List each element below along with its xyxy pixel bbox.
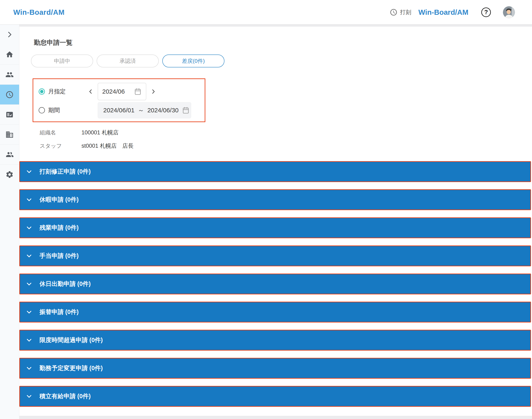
sidebar (0, 25, 19, 419)
building-icon (5, 131, 14, 139)
accordion-holiday-work[interactable]: 休日出勤申請 (0件) (19, 274, 531, 294)
period-separator: ～ (138, 106, 144, 115)
month-input[interactable]: 2024/06 (98, 83, 146, 100)
accordion-label: 打刻修正申請 (0件) (39, 168, 91, 176)
chevron-down-icon (25, 336, 33, 344)
chevron-right-icon (5, 30, 14, 39)
content-card: 勤怠申請一覧 申請中承認済差戻(0件) 月指定 2024/06 (19, 27, 532, 416)
tab-returned[interactable]: 差戻(0件) (162, 54, 224, 67)
chevron-down-icon (25, 224, 33, 232)
organization-value: 100001 札幌店 (81, 129, 119, 136)
sidebar-item-members[interactable] (0, 144, 19, 164)
sidebar-item-staff[interactable] (0, 65, 19, 84)
calendar-icon (134, 88, 142, 95)
accordion-substitute[interactable]: 振替申請 (0件) (19, 302, 531, 322)
app-header: Win-Board/AM 打刻 Win-Board/AM ? (0, 0, 532, 25)
chevron-down-icon (25, 280, 33, 288)
period-end-value: 2024/06/30 (147, 107, 178, 114)
accordion-punch-correction[interactable]: 打刻修正申請 (0件) (19, 161, 531, 182)
accordion-label: 休日出勤申請 (0件) (39, 280, 91, 288)
status-tabs: 申請中承認済差戻(0件) (31, 54, 532, 67)
chevron-right-icon (150, 88, 157, 95)
period-range-input[interactable]: 2024/06/01 ～ 2024/06/30 (98, 102, 191, 118)
accordion-limit-exceed[interactable]: 限度時間超過申請 (0件) (19, 330, 531, 351)
previous-month-button[interactable] (87, 87, 95, 96)
accordion-accumulated-paid-leave[interactable]: 積立有給申請 (0件) (19, 386, 531, 407)
chevron-down-icon (25, 365, 33, 372)
accordion-label: 限度時間超過申請 (0件) (39, 336, 103, 344)
staff-label: スタッフ (40, 142, 81, 150)
chevron-down-icon (25, 308, 33, 316)
punch-clock-label: 打刻 (400, 9, 411, 16)
fact-check-icon (5, 110, 14, 119)
sidebar-item-settings[interactable] (0, 164, 19, 184)
chevron-down-icon (25, 252, 33, 260)
header-right-group: 打刻 Win-Board/AM ? (388, 6, 515, 18)
sidebar-item-organization[interactable] (0, 124, 19, 144)
period-filter-row: 期間 2024/06/01 ～ 2024/06/30 (39, 102, 205, 118)
accordion-overtime[interactable]: 残業申請 (0件) (19, 217, 531, 238)
sidebar-item-home[interactable] (0, 44, 19, 65)
home-icon (5, 50, 14, 59)
clock-icon (5, 91, 14, 99)
main-area: 勤怠申請一覧 申請中承認済差戻(0件) 月指定 2024/06 (19, 25, 532, 419)
staff-value: st0001 札幌店 店長 (81, 142, 134, 150)
app-layout: 勤怠申請一覧 申請中承認済差戻(0件) 月指定 2024/06 (0, 25, 532, 419)
period-radio-option[interactable]: 期間 (39, 106, 87, 114)
brand-wordmark: Win-Board/AM (418, 8, 468, 16)
accordion-label: 勤務予定変更申請 (0件) (39, 364, 103, 372)
accordion-allowance[interactable]: 手当申請 (0件) (19, 246, 531, 266)
accordion-label: 休暇申請 (0件) (39, 196, 79, 204)
chevron-down-icon (25, 168, 33, 175)
accordion-label: 振替申請 (0件) (39, 308, 79, 316)
date-filter-box: 月指定 2024/06 期間 (33, 79, 205, 122)
clock-icon (390, 8, 397, 16)
month-radio-option[interactable]: 月指定 (39, 88, 87, 95)
accordion-leave[interactable]: 休暇申請 (0件) (19, 189, 531, 210)
people-2-icon (5, 150, 14, 159)
sidebar-item-requests[interactable] (0, 105, 19, 124)
month-filter-row: 月指定 2024/06 (39, 81, 205, 102)
chevron-down-icon (25, 196, 33, 203)
accordion-label: 積立有給申請 (0件) (39, 392, 91, 401)
next-month-button[interactable] (149, 87, 158, 96)
page-title: 勤怠申請一覧 (19, 27, 532, 47)
app-logo: Win-Board/AM (13, 8, 65, 16)
period-radio-label: 期間 (48, 106, 60, 114)
people-icon (5, 70, 14, 79)
staff-row: スタッフ st0001 札幌店 店長 (40, 142, 532, 150)
avatar-image (503, 6, 515, 18)
accordion-schedule-change[interactable]: 勤務予定変更申請 (0件) (19, 358, 531, 379)
request-accordion-list: 打刻修正申請 (0件)休暇申請 (0件)残業申請 (0件)手当申請 (0件)休日… (19, 161, 532, 407)
help-glyph: ? (484, 9, 488, 16)
punch-clock-button[interactable]: 打刻 (388, 8, 412, 16)
sidebar-collapse-toggle[interactable] (0, 25, 19, 44)
calendar-icon (182, 106, 190, 114)
help-icon[interactable]: ? (481, 8, 491, 17)
context-info: 組織名 100001 札幌店 スタッフ st0001 札幌店 店長 (40, 129, 532, 150)
avatar[interactable] (503, 6, 515, 18)
organization-label: 組織名 (40, 129, 81, 136)
chevron-left-icon (87, 88, 94, 95)
month-radio-label: 月指定 (48, 88, 66, 95)
accordion-label: 手当申請 (0件) (39, 252, 79, 260)
sidebar-item-attendance[interactable] (0, 84, 19, 105)
month-radio-selected[interactable] (39, 88, 45, 95)
month-value: 2024/06 (102, 88, 125, 95)
chevron-down-icon (25, 393, 33, 400)
gear-icon (5, 170, 14, 179)
tab-pending[interactable]: 申請中 (31, 54, 93, 67)
period-radio-unselected[interactable] (39, 107, 45, 113)
organization-row: 組織名 100001 札幌店 (40, 129, 532, 136)
period-start-value: 2024/06/01 (103, 107, 135, 114)
tab-approved[interactable]: 承認済 (97, 54, 159, 67)
accordion-label: 残業申請 (0件) (39, 224, 79, 232)
